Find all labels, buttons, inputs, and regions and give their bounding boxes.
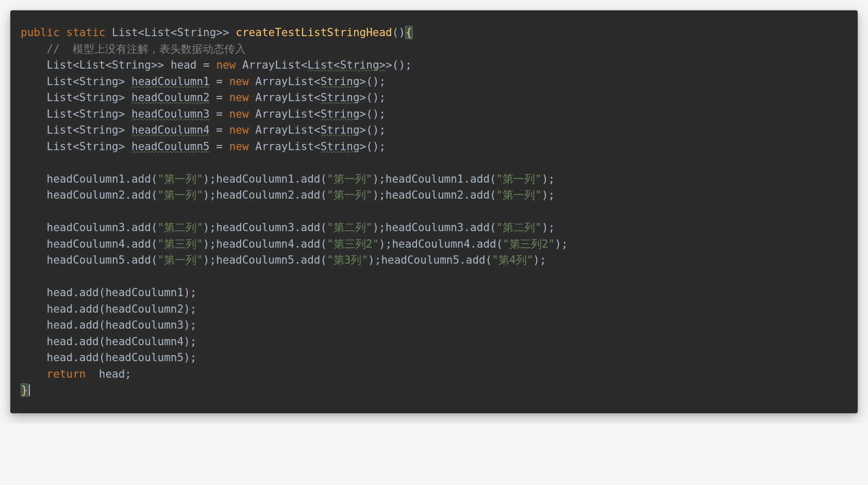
string-literal: "第一列" <box>158 189 203 201</box>
method-add: add <box>477 238 496 250</box>
string-literal: "第一列" <box>496 189 542 201</box>
paren-open: ( <box>490 173 496 185</box>
type-arraylist: ArrayList <box>255 108 314 120</box>
type-arraylist: ArrayList <box>242 59 301 71</box>
code-editor[interactable]: public static List<List<String>> createT… <box>10 10 858 413</box>
angle-open: < <box>333 59 340 71</box>
parens: () <box>392 59 405 71</box>
var-hc5: headCoulumn5 <box>105 351 183 364</box>
redundant-string: String <box>321 140 360 153</box>
method-add: add <box>466 254 486 266</box>
keyword-new: new <box>229 108 249 120</box>
var-hc2: headCoulumn2 <box>131 91 210 104</box>
paren-open: ( <box>151 173 158 185</box>
method-add: add <box>79 335 99 348</box>
paren-open: ( <box>99 335 106 348</box>
paren-open: ( <box>392 26 399 39</box>
parens: () <box>366 91 379 104</box>
var-hc4: headCoulumn4 <box>47 238 125 250</box>
paren-open: ( <box>151 254 158 266</box>
type-list: List <box>307 59 333 71</box>
dot: . <box>73 286 79 299</box>
angle-close: > <box>360 140 366 153</box>
semicolon: ; <box>405 59 412 71</box>
dot: . <box>125 221 131 234</box>
semicolon: ; <box>379 75 386 88</box>
angle-close: > <box>360 108 366 120</box>
dot: . <box>73 303 79 315</box>
dot: . <box>73 351 79 364</box>
keyword-public: public <box>21 26 60 39</box>
type-list: List <box>144 26 171 39</box>
semicolon: ; <box>190 303 197 315</box>
parens: () <box>366 108 379 120</box>
paren-close: ) <box>372 189 379 201</box>
keyword-new: new <box>229 91 249 104</box>
method-add: add <box>131 238 151 250</box>
method-add: add <box>131 189 151 201</box>
string-literal: "第一列" <box>158 254 203 266</box>
paren-close: ) <box>542 189 548 201</box>
type-list: List <box>79 59 106 71</box>
parens: () <box>366 140 379 153</box>
var-head: head <box>99 368 125 380</box>
type-string: String <box>177 26 216 39</box>
var-hc1: headCoulumn1 <box>386 173 464 185</box>
string-literal: "第二列" <box>327 221 372 234</box>
dot: . <box>294 254 301 266</box>
paren-close: ) <box>183 335 190 348</box>
var-hc3: headCoulumn3 <box>47 221 125 234</box>
dot: . <box>463 221 470 234</box>
angle-close: > <box>119 124 125 136</box>
paren-close: ) <box>183 351 190 364</box>
brace-open-highlighted: { <box>405 26 413 39</box>
angle-open: < <box>314 140 321 153</box>
string-literal: "第二列" <box>496 221 542 234</box>
type-list: List <box>47 124 73 136</box>
keyword-new: new <box>229 140 249 153</box>
semicolon: ; <box>210 173 216 185</box>
angle-open: < <box>301 59 308 71</box>
var-head: head <box>171 59 197 71</box>
assign-op: = <box>196 59 216 71</box>
code-block: public static List<List<String>> createT… <box>21 25 847 399</box>
method-add: add <box>131 221 151 234</box>
method-add: add <box>131 254 151 266</box>
type-string: String <box>340 59 379 71</box>
method-add: add <box>79 303 99 315</box>
assign-op: = <box>210 91 229 104</box>
method-add: add <box>301 254 321 266</box>
angle-close: > <box>119 75 125 88</box>
type-list: List <box>47 75 73 88</box>
semicolon: ; <box>190 286 197 299</box>
var-hc3: headCoulumn3 <box>386 221 464 234</box>
paren-open: ( <box>99 303 106 315</box>
string-literal: "第一列" <box>496 173 542 185</box>
dot: . <box>470 238 477 250</box>
paren-close: ) <box>183 286 190 299</box>
method-add: add <box>131 173 151 185</box>
paren-open: ( <box>490 221 496 234</box>
var-hc4: headCoulumn4 <box>105 335 183 348</box>
redundant-string: String <box>321 75 360 88</box>
string-literal: "第一列" <box>327 173 372 185</box>
keyword-static: static <box>66 26 106 39</box>
type-string: String <box>79 75 119 88</box>
paren-open: ( <box>320 189 327 201</box>
paren-close: ) <box>542 173 548 185</box>
keyword-new: new <box>229 124 249 136</box>
angle-close: > <box>119 108 125 120</box>
paren-close: ) <box>203 238 210 250</box>
angle-open: < <box>314 108 321 120</box>
semicolon: ; <box>548 221 555 234</box>
var-hc2: headCoulumn2 <box>105 303 183 315</box>
var-head: head <box>47 335 73 348</box>
dot: . <box>125 238 131 250</box>
type-arraylist: ArrayList <box>255 140 314 153</box>
angle-open: < <box>105 59 112 71</box>
type-list: List <box>47 59 73 71</box>
assign-op: = <box>210 108 229 120</box>
redundant-string: String <box>321 91 360 104</box>
method-add: add <box>79 319 99 331</box>
angle-close: > <box>158 59 164 71</box>
